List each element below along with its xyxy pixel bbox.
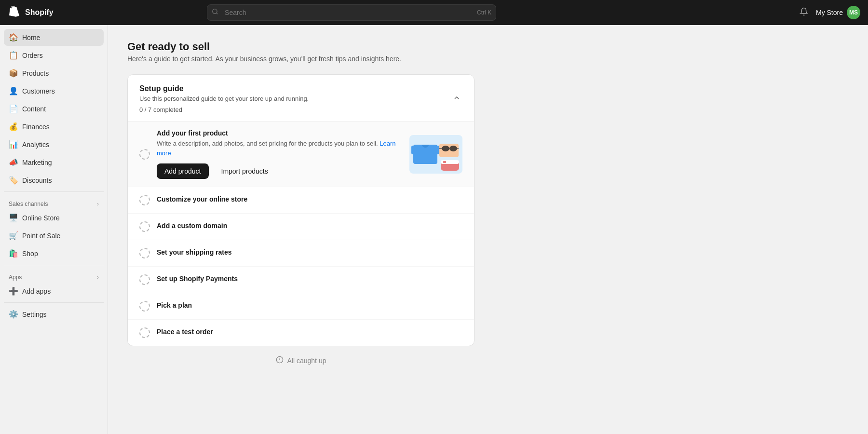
setup-item-content-customize: Customize your online store	[157, 195, 462, 205]
svg-rect-3	[411, 146, 417, 154]
sidebar-item-label: Shop	[22, 250, 38, 258]
topbar-right: My Store MS	[798, 5, 860, 20]
store-name: My Store	[816, 9, 843, 16]
caught-up-icon	[276, 356, 284, 366]
sidebar-item-add-apps[interactable]: ➕ Add apps	[4, 283, 104, 299]
svg-point-0	[213, 9, 217, 14]
setup-item-pick-plan[interactable]: Pick a plan	[128, 293, 474, 320]
sidebar-item-marketing[interactable]: 📣 Marketing	[4, 154, 104, 171]
sidebar-item-label: Discounts	[22, 176, 52, 184]
shopify-logo[interactable]: Shopify	[8, 6, 54, 19]
sidebar-divider-3	[4, 302, 104, 303]
chevron-right-icon-apps[interactable]: ›	[97, 274, 99, 281]
sidebar-divider-2	[4, 265, 104, 265]
sidebar-item-label: Online Store	[22, 214, 60, 222]
setup-guide-card: Setup guide Use this personalized guide …	[127, 74, 475, 346]
setup-item-check-customize	[139, 195, 150, 205]
sidebar-item-label: Products	[22, 69, 49, 77]
main-content: Get ready to sell Here's a guide to get …	[108, 25, 868, 434]
setup-card-header-content: Setup guide Use this personalized guide …	[139, 84, 309, 113]
chevron-right-icon[interactable]: ›	[97, 201, 99, 207]
content-icon: 📄	[9, 104, 17, 113]
sales-channels-label: Sales channels	[9, 201, 48, 207]
setup-item-custom-domain[interactable]: Add a custom domain	[128, 214, 474, 240]
setup-item-title-shipping: Set your shipping rates	[157, 248, 462, 256]
sidebar-item-point-of-sale[interactable]: 🛒 Point of Sale	[4, 227, 104, 244]
apps-section: Apps › ➕ Add apps	[4, 268, 104, 299]
add-apps-icon: ➕	[9, 286, 17, 296]
setup-item-shipping-rates[interactable]: Set your shipping rates	[128, 240, 474, 267]
sidebar-item-products[interactable]: 📦 Products	[4, 65, 104, 81]
setup-item-add-product[interactable]: Add your first product Write a descripti…	[128, 122, 474, 187]
sales-channels-section: Sales channels › 🖥️ Online Store 🛒 Point…	[4, 195, 104, 262]
setup-guide-subtitle: Use this personalized guide to get your …	[139, 95, 309, 102]
add-product-button[interactable]: Add product	[157, 163, 209, 179]
import-products-button[interactable]: Import products	[214, 163, 276, 179]
sidebar-item-label: Analytics	[22, 141, 49, 149]
completed-badge: 0 / 7 completed	[139, 106, 309, 113]
search-shortcut: Ctrl K	[477, 9, 491, 16]
main-layout: 🏠 Home 📋 Orders 📦 Products 👤 Customers 📄…	[0, 25, 868, 434]
analytics-icon: 📊	[9, 140, 17, 149]
setup-item-check-test	[139, 327, 150, 338]
setup-item-customize-store[interactable]: Customize your online store	[128, 187, 474, 214]
point-of-sale-icon: 🛒	[9, 231, 17, 240]
sidebar-item-finances[interactable]: 💰 Finances	[4, 118, 104, 135]
sidebar-item-online-store[interactable]: 🖥️ Online Store	[4, 209, 104, 226]
topbar: Shopify Ctrl K My Store MS	[0, 0, 868, 25]
page-subtitle: Here's a guide to get started. As your b…	[127, 55, 849, 63]
all-caught-up-text: All caught up	[287, 357, 326, 365]
setup-item-title-test: Place a test order	[157, 328, 462, 336]
setup-item-actions-add-product: Add product Import products	[157, 163, 402, 179]
sidebar-item-settings[interactable]: ⚙️ Settings	[4, 306, 104, 323]
settings-icon: ⚙️	[9, 310, 17, 319]
apps-header: Apps ›	[4, 268, 104, 283]
setup-item-check-payments	[139, 274, 150, 285]
svg-point-7	[449, 146, 457, 151]
sidebar-item-label: Marketing	[22, 159, 52, 166]
svg-point-6	[442, 146, 449, 151]
setup-item-title-plan: Pick a plan	[157, 301, 462, 309]
setup-item-test-order[interactable]: Place a test order	[128, 320, 474, 346]
orders-icon: 📋	[9, 51, 17, 60]
sidebar-item-label: Home	[22, 34, 40, 41]
setup-item-content-payments: Set up Shopify Payments	[157, 275, 462, 285]
setup-item-title-domain: Add a custom domain	[157, 222, 462, 230]
marketing-icon: 📣	[9, 158, 17, 167]
shop-icon: 🛍️	[9, 249, 17, 258]
sidebar-item-label: Settings	[22, 311, 47, 318]
search-bar: Ctrl K	[207, 4, 496, 21]
setup-item-title-add-product: Add your first product	[157, 129, 402, 137]
learn-more-link[interactable]: Learn more	[157, 140, 396, 157]
sidebar-item-orders[interactable]: 📋 Orders	[4, 47, 104, 64]
store-menu-button[interactable]: My Store MS	[816, 6, 860, 19]
setup-item-check-plan	[139, 301, 150, 312]
setup-card-header: Setup guide Use this personalized guide …	[128, 75, 474, 122]
avatar: MS	[847, 6, 860, 19]
sidebar-item-shop[interactable]: 🛍️ Shop	[4, 245, 104, 262]
setup-item-content-test: Place a test order	[157, 328, 462, 338]
sidebar-item-home[interactable]: 🏠 Home	[4, 29, 104, 46]
notifications-button[interactable]	[798, 5, 810, 20]
discounts-icon: 🏷️	[9, 176, 17, 185]
all-caught-up-section: All caught up	[127, 346, 475, 375]
apps-label: Apps	[9, 274, 22, 281]
search-input[interactable]	[207, 4, 496, 21]
sidebar-divider-1	[4, 191, 104, 192]
setup-item-check-domain	[139, 221, 150, 232]
sidebar-item-analytics[interactable]: 📊 Analytics	[4, 136, 104, 153]
setup-item-shopify-payments[interactable]: Set up Shopify Payments	[128, 267, 474, 293]
sidebar-item-customers[interactable]: 👤 Customers	[4, 82, 104, 99]
page-title: Get ready to sell	[127, 41, 849, 53]
sidebar-item-discounts[interactable]: 🏷️ Discounts	[4, 172, 104, 189]
setup-item-title-payments: Set up Shopify Payments	[157, 275, 462, 283]
sales-channels-header: Sales channels ›	[4, 195, 104, 209]
svg-rect-4	[434, 146, 439, 154]
finances-icon: 💰	[9, 122, 17, 131]
setup-guide-title: Setup guide	[139, 84, 309, 93]
collapse-button[interactable]	[451, 92, 462, 106]
sidebar-item-content[interactable]: 📄 Content	[4, 100, 104, 117]
setup-item-desc-add-product: Write a description, add photos, and set…	[157, 139, 402, 158]
setup-item-check-shipping	[139, 248, 150, 258]
sidebar-item-label: Customers	[22, 87, 55, 95]
